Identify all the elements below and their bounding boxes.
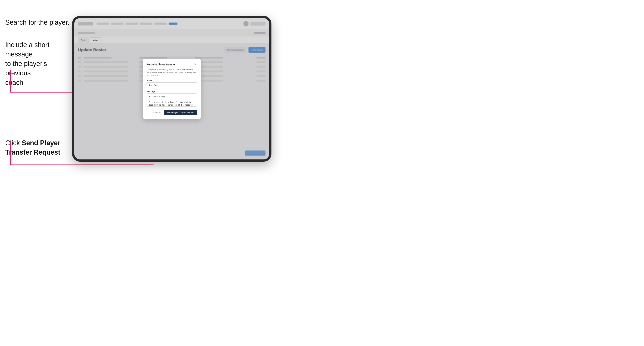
modal-footer: Cancel Send Player Transfer Request: [146, 110, 197, 115]
annotation-click: Click Send Player Transfer Request: [5, 138, 69, 157]
annotation-message: Include a short message to the player's …: [5, 40, 69, 87]
message-label: Message: [146, 90, 197, 93]
arrow-2-vertical-down: [10, 141, 11, 166]
message-textarea[interactable]: Hi Coach McHarg, Please accept this tran…: [146, 93, 197, 107]
tablet-screen: Roster Active Update Roster Add existing…: [74, 18, 269, 160]
arrow-2-horizontal: [10, 165, 154, 165]
player-input[interactable]: [146, 82, 197, 88]
modal-header: Request player transfer ✕: [146, 63, 197, 66]
transfer-modal: Request player transfer ✕ If the player …: [143, 59, 201, 119]
modal-overlay: Request player transfer ✕ If the player …: [74, 18, 269, 160]
arrow-1-vertical: [10, 70, 11, 93]
modal-close-button[interactable]: ✕: [194, 63, 197, 66]
tablet-device: Roster Active Update Roster Add existing…: [72, 16, 272, 162]
annotation-search: Search for the player.: [5, 18, 69, 27]
player-label: Player: [146, 79, 197, 81]
send-transfer-request-button[interactable]: Send Player Transfer Request: [164, 110, 197, 115]
cancel-button[interactable]: Cancel: [152, 110, 162, 115]
modal-description: If the player is transferring from anoth…: [146, 68, 197, 77]
modal-title: Request player transfer: [146, 63, 176, 66]
